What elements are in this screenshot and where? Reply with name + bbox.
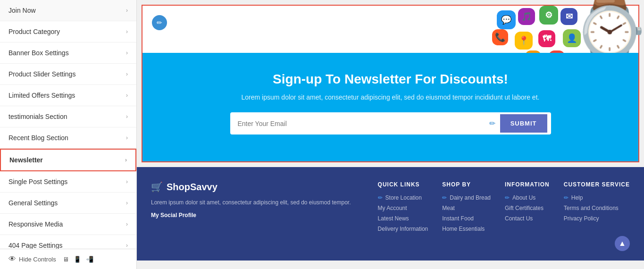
shop-instant[interactable]: Instant Food [442,215,491,222]
sidebar-item-label: testimonials Section [8,113,67,120]
shop-meat[interactable]: Meat [442,205,491,211]
chevron-right-icon: › [126,50,128,56]
sidebar-item-label: Product Slider Settings [8,70,75,78]
link-icon-dairy: ✏ [442,194,447,201]
submit-button[interactable]: SUBMIT [500,114,547,133]
main-content: ✏ 💬 🎵 ⚙ 📞 📍 🗺 @ ✉ ✉ 👤 📄 ⌚ Si [137,0,644,269]
sidebar-footer: 👁 Hide Controls 🖥 📱 📲 [0,249,136,269]
chevron-right-icon: › [126,242,128,249]
cs-help[interactable]: ✏Help [564,194,630,201]
footer-info-col: INFORMATION ✏About Us Gift Certificates … [505,181,550,251]
sidebar-item-single-post[interactable]: Single Post Settings› [0,171,136,193]
scroll-to-top-button[interactable]: ▲ [615,236,630,251]
brand-title: 🛒 ShopSavvy [151,181,364,193]
chevron-right-icon: › [125,157,127,163]
info-about[interactable]: ✏About Us [505,194,550,201]
desktop-icon[interactable]: 🖥 [63,256,69,263]
sidebar-item-label: Single Post Settings [8,178,67,185]
map-bubble-icon: 🗺 [538,30,555,47]
chevron-right-icon: › [126,178,128,185]
footer-brand-col: 🛒 ShopSavvy Lorem ipsum dolor sit amet, … [151,181,364,251]
sidebar-item-limited-offers[interactable]: Limited Offers Settings› [0,85,136,106]
sidebar-item-banner-box[interactable]: Banner Box Settings› [0,42,136,64]
location-bubble-icon: 📍 [515,32,533,50]
quick-link-account[interactable]: My Account [378,205,428,211]
brand-description: Lorem ipsum dolor sit amet, consectetur … [151,198,364,207]
social-profile-label: My Social Profile [151,212,364,219]
customer-service-list: ✏Help Terms and Conditions Privacy Polic… [564,194,630,222]
sidebar-item-recent-blog[interactable]: Recent Blog Section› [0,127,136,149]
sidebar-item-label: Recent Blog Section [8,134,68,142]
sidebar-item-label: Responsive Media [8,220,63,228]
footer-view-icons: 🖥 📱 📲 [63,256,93,263]
hide-controls-toggle[interactable]: 👁 Hide Controls [8,255,56,263]
newsletter-subtext: Lorem ipsum dolor sit amet, consectetur … [226,93,556,101]
sidebar-item-label: Banner Box Settings [8,49,69,57]
link-icon-help: ✏ [564,194,569,201]
gear-bubble-icon: ⚙ [539,6,558,25]
tablet-icon[interactable]: 📱 [74,256,81,263]
cs-terms[interactable]: Terms and Conditions [564,205,630,211]
chevron-right-icon: › [126,134,128,141]
chevron-right-icon: › [126,7,128,14]
brand-name: ShopSavvy [167,182,217,193]
shop-essentials[interactable]: Home Essentials [442,226,491,232]
quick-links-list: ✏Store Location My Account Latest News D… [378,194,428,232]
sidebar-item-label: General Settings [8,199,58,207]
sidebar-item-product-slider[interactable]: Product Slider Settings› [0,64,136,85]
chevron-right-icon: › [126,71,128,77]
email-input[interactable] [238,115,489,132]
sidebar-item-label: Product Category [8,28,60,35]
info-heading: INFORMATION [505,181,550,188]
sidebar-item-testimonials[interactable]: testimonials Section› [0,106,136,127]
quick-link-delivery[interactable]: Delivery Information [378,226,428,232]
cs-privacy[interactable]: Privacy Policy [564,215,630,222]
email-form: ✏ SUBMIT [230,112,551,134]
chevron-right-icon: › [126,200,128,206]
info-list: ✏About Us Gift Certificates Contact Us [505,194,550,222]
eye-icon: 👁 [8,255,16,263]
footer-quick-links-col: QUICK LINKS ✏Store Location My Account L… [378,181,428,251]
sidebar-item-general-settings[interactable]: General Settings› [0,193,136,214]
footer-section: 🛒 ShopSavvy Lorem ipsum dolor sit amet, … [137,167,644,261]
chevron-right-icon: › [126,113,128,120]
sidebar-item-label: Join Now [8,7,36,14]
quick-link-news[interactable]: Latest News [378,215,428,222]
chevron-right-icon: › [126,92,128,99]
sidebar-item-product-category[interactable]: Product Category› [0,21,136,42]
shop-by-list: ✏Dairy and Bread Meat Instant Food Home … [442,194,491,232]
mobile-icon[interactable]: 📲 [86,256,93,263]
sidebar-item-label: Newsletter [9,156,43,164]
footer-customer-service-col: CUSTOMER SERVICE ✏Help Terms and Conditi… [564,181,630,251]
customer-service-heading: CUSTOMER SERVICE [564,181,630,188]
shop-dairy[interactable]: ✏Dairy and Bread [442,194,491,201]
newsletter-section: ✏ 💬 🎵 ⚙ 📞 📍 🗺 @ ✉ ✉ 👤 📄 ⌚ Si [142,5,639,162]
info-contact[interactable]: Contact Us [505,215,550,222]
info-gift[interactable]: Gift Certificates [505,205,550,211]
phone-bubble-icon: 📞 [492,29,508,45]
newsletter-edit-button[interactable]: ✏ [152,15,167,30]
newsletter-heading: Sign-up To Newsletter For Discounts! [161,72,619,87]
music-bubble-icon: 🎵 [518,8,535,25]
hide-controls-label: Hide Controls [19,256,56,263]
newsletter-blue-section: Sign-up To Newsletter For Discounts! Lor… [142,53,638,161]
link-icon-about: ✏ [505,194,510,201]
sidebar-items-list: Join Now›Product Category›Banner Box Set… [0,0,136,256]
pencil-icon: ✏ [157,19,162,26]
link-icon: ✏ [378,194,383,201]
sidebar-item-label: 404 Page Settings [8,242,62,249]
brand-icon: 🛒 [151,181,163,193]
quick-link-store[interactable]: ✏Store Location [378,194,428,201]
email-pencil-icon: ✏ [489,119,495,128]
quick-links-heading: QUICK LINKS [378,181,428,188]
sidebar: Join Now›Product Category›Banner Box Set… [0,0,137,269]
chevron-right-icon: › [126,221,128,227]
sidebar-item-responsive-media[interactable]: Responsive Media› [0,214,136,235]
chat-bubble-icon: 💬 [497,10,516,29]
footer-shop-by-col: SHOP BY ✏Dairy and Bread Meat Instant Fo… [442,181,491,251]
shop-by-heading: SHOP BY [442,181,491,188]
sidebar-item-join-now[interactable]: Join Now› [0,0,136,21]
sidebar-item-newsletter[interactable]: Newsletter› [0,149,136,171]
sidebar-item-label: Limited Offers Settings [8,92,75,99]
newsletter-top-bar: ✏ 💬 🎵 ⚙ 📞 📍 🗺 @ ✉ ✉ 👤 📄 ⌚ [142,6,638,53]
